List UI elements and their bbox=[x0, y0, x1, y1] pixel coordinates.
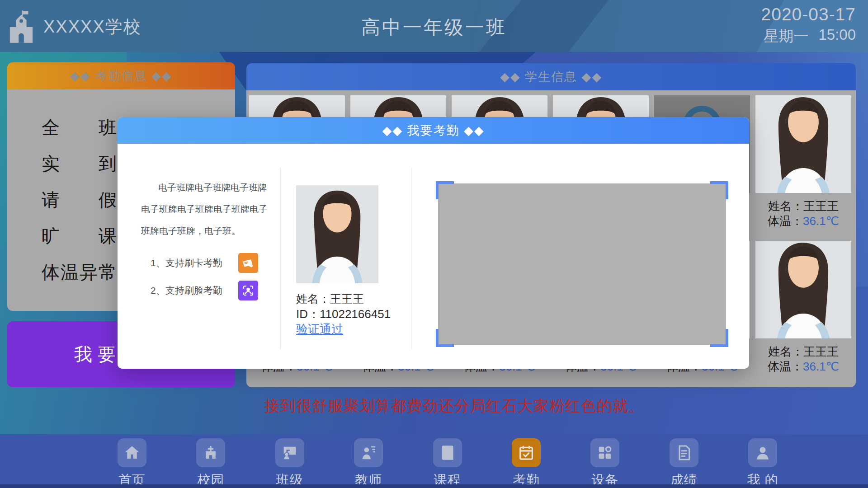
camera-preview-fill bbox=[438, 183, 726, 345]
class-icon bbox=[275, 438, 304, 467]
attendance-row: 实到 bbox=[42, 145, 117, 182]
notice-marquee: 接到很舒服聚划算都费劲还分局红石大家粉红色的就。 bbox=[264, 396, 644, 417]
course-icon bbox=[433, 438, 462, 467]
score-icon bbox=[670, 438, 698, 467]
verified-student-id: ID：11022166451 bbox=[296, 306, 391, 322]
modal-divider bbox=[411, 168, 412, 349]
nav-item-teacher[interactable]: 教师 bbox=[347, 438, 390, 488]
device-icon bbox=[590, 438, 619, 467]
bottom-nav-bar: 首页 校园 班级 教师 课程 考勤 设备 成绩 bbox=[0, 434, 868, 488]
modal-description: 电子班牌电子班牌电子班牌电子班牌电子班牌电子班牌电子班牌电子班牌，电子班。 bbox=[141, 177, 272, 242]
teacher-icon bbox=[354, 438, 383, 467]
camera-corner-bracket bbox=[436, 181, 454, 199]
nav-item-class[interactable]: 班级 bbox=[268, 438, 311, 488]
feature-label: 1、支持刷卡考勤 bbox=[151, 257, 227, 269]
weekday-text: 星期一 bbox=[764, 26, 808, 47]
attendance-modal: ◆◆ 我要考勤 ◆◆ 电子班牌电子班牌电子班牌电子班牌电子班牌电子班牌电子班牌电… bbox=[118, 117, 749, 369]
nav-item-attendance[interactable]: 考勤 bbox=[505, 438, 548, 488]
nav-item-home[interactable]: 首页 bbox=[110, 438, 154, 488]
page-title: 高中一年级一班 bbox=[0, 15, 868, 40]
nav-item-score[interactable]: 成绩 bbox=[662, 438, 706, 488]
modal-divider bbox=[280, 168, 281, 349]
student-photo bbox=[755, 95, 851, 193]
modal-description-line: 电子班牌电子班牌电子班牌 bbox=[141, 177, 272, 198]
smart-classboard-screen: XXXXX学校 高中一年级一班 2020-03-17 星期一 15:00 ◆◆ … bbox=[0, 0, 868, 488]
modal-title: ◆◆ 我要考勤 ◆◆ bbox=[118, 117, 749, 144]
student-temp-label: 体温： bbox=[768, 214, 803, 228]
nav-bottom-strip bbox=[0, 484, 868, 488]
camera-preview-area bbox=[436, 181, 728, 347]
nav-item-profile[interactable]: 我 的 bbox=[741, 438, 784, 488]
student-panel-title: ◆◆ 学生信息 ◆◆ bbox=[246, 63, 856, 90]
verified-student-photo bbox=[296, 185, 378, 283]
student-name: 王王王 bbox=[803, 345, 839, 358]
modal-description-line: 电子班牌电子班牌电子班牌电子 bbox=[141, 198, 272, 220]
datetime-block: 2020-03-17 星期一 15:00 bbox=[761, 5, 856, 47]
attendance-feature: 1、支持刷卡考勤 bbox=[151, 253, 258, 273]
top-header: XXXXX学校 高中一年级一班 2020-03-17 星期一 15:00 bbox=[0, 0, 868, 52]
attendance-row: 请假 bbox=[42, 182, 117, 218]
verification-status-link[interactable]: 验证通过 bbox=[296, 321, 343, 337]
attendance-row: 体温异常 bbox=[42, 254, 117, 290]
attendance-feature: 2、支持刷脸考勤 bbox=[151, 281, 258, 300]
student-temp: 36.1℃ bbox=[803, 360, 839, 373]
student-name-label: 姓名： bbox=[768, 199, 803, 213]
student-name-label: 姓名： bbox=[768, 345, 803, 358]
student-name: 王王王 bbox=[803, 199, 839, 213]
camera-corner-bracket bbox=[710, 181, 728, 199]
student-temp: 36.1℃ bbox=[803, 214, 839, 228]
time-text: 15:00 bbox=[818, 26, 856, 47]
campus-icon bbox=[196, 438, 225, 467]
face-scan-icon bbox=[238, 281, 258, 300]
nav-items: 首页 校园 班级 教师 课程 考勤 设备 成绩 bbox=[110, 438, 784, 488]
date-text: 2020-03-17 bbox=[761, 5, 856, 24]
nav-item-device[interactable]: 设备 bbox=[583, 438, 627, 488]
student-card[interactable]: 姓名：王王王 体温：36.1℃ bbox=[755, 241, 851, 372]
card-swipe-icon bbox=[238, 253, 258, 273]
modal-description-line: 班牌电子班牌，电子班。 bbox=[141, 220, 272, 242]
home-icon bbox=[118, 438, 146, 467]
feature-label: 2、支持刷脸考勤 bbox=[151, 284, 227, 297]
attendance-panel-title: ◆◆ 考勤信息 ◆◆ bbox=[7, 62, 235, 89]
student-photo bbox=[755, 241, 851, 338]
nav-item-course[interactable]: 课程 bbox=[426, 438, 469, 488]
camera-corner-bracket bbox=[436, 329, 454, 347]
attendance-row: 全班 bbox=[42, 109, 117, 145]
attendance-icon bbox=[512, 438, 541, 467]
verified-student-name: 姓名：王王王 bbox=[296, 291, 364, 306]
attendance-row: 旷课 bbox=[42, 218, 117, 254]
camera-corner-bracket bbox=[710, 329, 728, 347]
profile-icon bbox=[748, 438, 777, 467]
student-temp-label: 体温： bbox=[768, 360, 803, 373]
nav-item-campus[interactable]: 校园 bbox=[189, 438, 232, 488]
student-card[interactable]: 姓名：王王王 体温：36.1℃ bbox=[755, 95, 851, 227]
